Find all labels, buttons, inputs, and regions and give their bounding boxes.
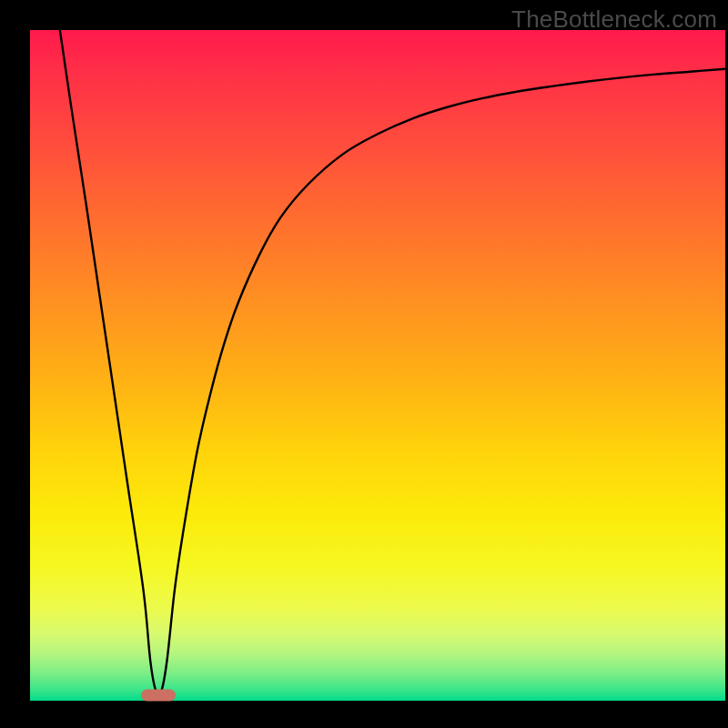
bottleneck-curve — [30, 30, 725, 701]
minimum-marker — [141, 690, 176, 702]
chart-frame: TheBottleneck.com — [0, 0, 728, 728]
watermark-text: TheBottleneck.com — [511, 5, 717, 34]
plot-area — [30, 30, 725, 701]
